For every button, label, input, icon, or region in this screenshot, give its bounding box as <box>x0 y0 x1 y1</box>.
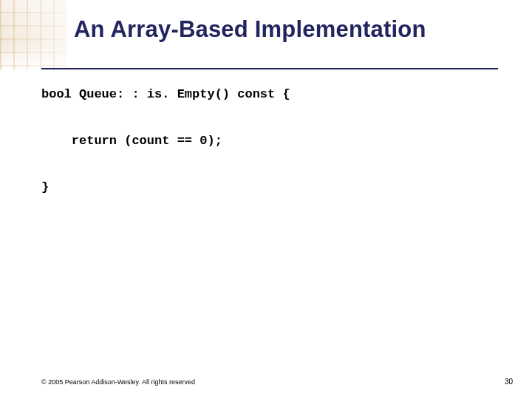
title-divider <box>41 68 498 69</box>
code-block: bool Queue: : is. Empty() const { return… <box>41 83 499 199</box>
code-line-1: bool Queue: : is. Empty() const { <box>41 87 290 101</box>
header-decoration <box>0 0 66 70</box>
slide-title: An Array-Based Implementation <box>74 16 517 43</box>
code-line-3: } <box>41 180 49 194</box>
copyright-text: © 2005 Pearson Addison-Wesley. All right… <box>41 378 195 386</box>
page-number: 30 <box>505 378 513 386</box>
code-line-2: return (count == 0); <box>41 134 222 148</box>
slide: An Array-Based Implementation bool Queue… <box>0 0 532 399</box>
